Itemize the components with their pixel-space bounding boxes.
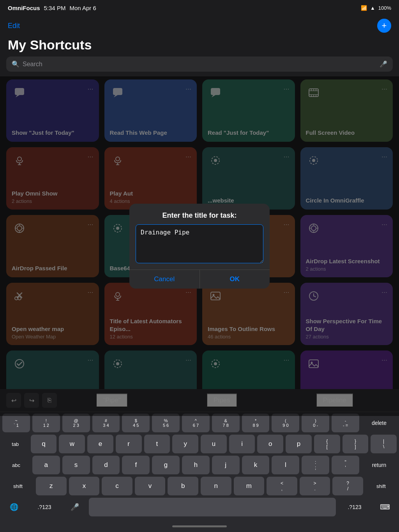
key-o[interactable]: o	[257, 435, 283, 453]
key-q[interactable]: q	[31, 435, 57, 453]
key-lbrace[interactable]: {[	[314, 435, 340, 453]
number-right-key[interactable]: .?123	[338, 498, 371, 516]
key-question[interactable]: ?/	[332, 477, 363, 495]
key-x[interactable]: x	[69, 477, 100, 495]
key-l[interactable]: l	[272, 456, 299, 474]
key-b[interactable]: b	[168, 477, 198, 495]
key-quote[interactable]: "'	[332, 456, 359, 474]
key-e[interactable]: e	[87, 435, 113, 453]
dialog-input-container: Drainage Pipe	[129, 224, 270, 270]
shift-left-key[interactable]: shift	[2, 477, 34, 495]
key-h[interactable]: h	[182, 456, 210, 474]
key-z[interactable]: z	[36, 477, 67, 495]
key-d[interactable]: d	[92, 456, 120, 474]
key-tilde-1[interactable]: ~` 1	[2, 414, 30, 432]
edit-button[interactable]: Edit	[8, 22, 20, 30]
key-amp-8[interactable]: &7 8	[212, 414, 240, 432]
key-dollar-5[interactable]: $4 5	[122, 414, 150, 432]
return-key[interactable]: return	[362, 456, 397, 474]
delete-key[interactable]: delete	[362, 414, 397, 432]
key-t[interactable]: t	[144, 435, 170, 453]
task-title-input[interactable]: Drainage Pipe	[136, 224, 263, 263]
qwerty-row: tab q w e r t y u i o p {[ }] |\	[2, 435, 397, 453]
keyboard-hide-key[interactable]: ⌨	[373, 498, 397, 516]
home-bar	[172, 525, 227, 527]
key-minus-eq[interactable]: -- =	[332, 414, 359, 432]
nav-bar: Edit +	[0, 16, 399, 37]
key-lparen-0[interactable]: (9 0	[272, 414, 299, 432]
number-left-key[interactable]: .?123	[28, 498, 61, 516]
signal-icon: ▲	[370, 5, 375, 11]
space-key[interactable]	[89, 498, 336, 516]
key-s[interactable]: s	[62, 456, 90, 474]
key-excl-2[interactable]: !1 2	[32, 414, 60, 432]
key-a[interactable]: a	[32, 456, 60, 474]
key-rbrace[interactable]: }]	[343, 435, 369, 453]
dialog-cancel-button[interactable]: Cancel	[129, 270, 200, 289]
key-gt[interactable]: >.	[300, 477, 330, 495]
key-colon[interactable]: :;	[302, 456, 329, 474]
key-c[interactable]: c	[102, 477, 132, 495]
dialog-buttons: Cancel OK	[129, 270, 270, 289]
key-f[interactable]: f	[122, 456, 150, 474]
key-caret-7[interactable]: ^6 7	[182, 414, 210, 432]
mic-key[interactable]: 🎤	[63, 498, 87, 516]
key-hash-4[interactable]: #3 4	[92, 414, 120, 432]
key-n[interactable]: n	[201, 477, 231, 495]
dialog-overlay: Enter the title for task: Drainage Pipe …	[0, 76, 399, 416]
search-input[interactable]: Search	[23, 61, 376, 68]
key-j[interactable]: j	[212, 456, 240, 474]
number-row: ~` 1 !1 2 @2 3 #3 4 $4 5 %5 6 ^6 7 &7 8 …	[2, 414, 397, 432]
key-r[interactable]: r	[116, 435, 142, 453]
dialog-title: Enter the title for task:	[129, 204, 270, 224]
key-p[interactable]: p	[286, 435, 312, 453]
bottom-row: 🌐 .?123 🎤 .?123 ⌨	[2, 498, 397, 516]
key-star-9[interactable]: *8 9	[242, 414, 270, 432]
battery-indicator: 100%	[378, 5, 391, 11]
wifi-icon: 📶	[361, 5, 367, 11]
key-g[interactable]: g	[152, 456, 180, 474]
page-title: My Shortcuts	[0, 37, 399, 56]
keyboard-rows: ~` 1 !1 2 @2 3 #3 4 $4 5 %5 6 ^6 7 &7 8 …	[0, 412, 399, 520]
key-v[interactable]: v	[135, 477, 166, 495]
key-rparen-minus[interactable]: )0 -	[302, 414, 329, 432]
abc-key[interactable]: abc	[2, 456, 30, 474]
search-icon: 🔍	[12, 60, 19, 68]
tab-key[interactable]: tab	[2, 435, 28, 453]
dialog-box: Enter the title for task: Drainage Pipe …	[129, 204, 270, 289]
home-indicator	[0, 520, 399, 532]
key-k[interactable]: k	[242, 456, 270, 474]
add-shortcut-button[interactable]: +	[377, 19, 391, 33]
status-bar: OmniFocus 5:34 PM Mon Apr 6 📶 ▲ 100%	[0, 0, 399, 16]
search-container: 🔍 Search 🎤	[0, 56, 399, 76]
shift-right-key[interactable]: shift	[365, 477, 397, 495]
key-percent-6[interactable]: %5 6	[152, 414, 180, 432]
app-name: OmniFocus	[8, 5, 40, 11]
status-time: 5:34 PM	[44, 5, 66, 11]
key-i[interactable]: i	[229, 435, 255, 453]
asdf-row: abc a s d f g h j k l :; "' return	[2, 456, 397, 474]
key-y[interactable]: y	[172, 435, 198, 453]
key-u[interactable]: u	[201, 435, 227, 453]
mic-icon[interactable]: 🎤	[380, 60, 387, 68]
key-pipe[interactable]: |\	[371, 435, 397, 453]
search-bar[interactable]: 🔍 Search 🎤	[6, 56, 393, 72]
emoji-key[interactable]: 🌐	[2, 498, 26, 516]
zxcv-row: shift z x c v b n m <, >. ?/ shift	[2, 477, 397, 495]
key-lt[interactable]: <,	[267, 477, 297, 495]
key-m[interactable]: m	[234, 477, 265, 495]
status-date: Mon Apr 6	[69, 5, 96, 11]
key-at-3[interactable]: @2 3	[62, 414, 90, 432]
dialog-ok-button[interactable]: OK	[200, 270, 270, 289]
key-w[interactable]: w	[59, 435, 85, 453]
shortcuts-grid-wrapper: ··· Show "Just for Today" ··· Read This …	[0, 76, 399, 416]
